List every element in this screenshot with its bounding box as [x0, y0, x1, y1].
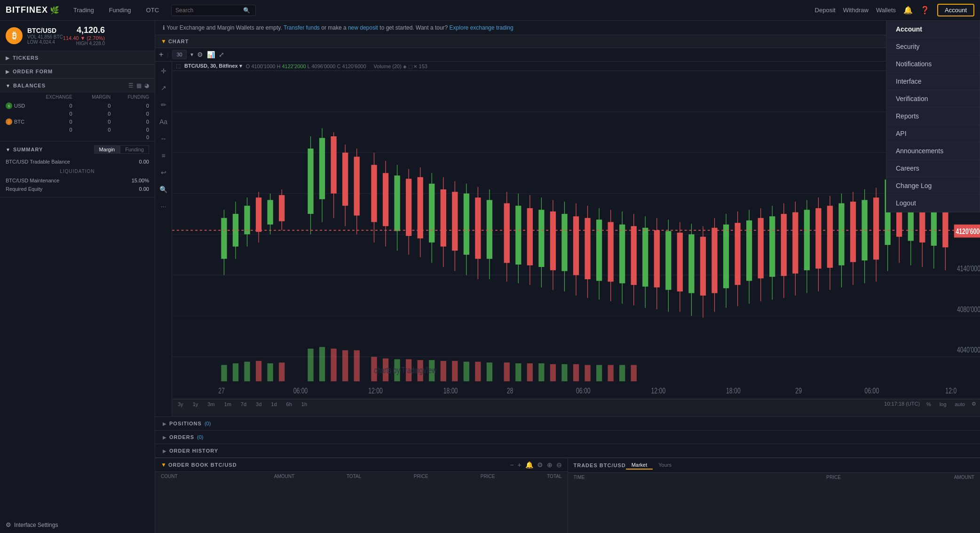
line-tool[interactable]: ✏ — [159, 99, 168, 110]
ob-settings[interactable]: ⚙ — [537, 461, 543, 469]
grid-icon[interactable]: ▦ — [136, 82, 142, 89]
dropdown-changelog[interactable]: Change Log — [886, 177, 980, 195]
info-text: Your Exchange and Margin Wallets are emp… — [166, 24, 282, 31]
chart-settings-icon[interactable]: ⚙ — [197, 51, 203, 58]
fib-tool[interactable]: ≡ — [159, 150, 167, 161]
usd-margin: 0 — [72, 103, 111, 109]
gear-icon: ⚙ — [6, 521, 11, 528]
chart-header: ▼ CHART — [155, 35, 980, 48]
market-tab[interactable]: Market — [626, 461, 653, 470]
positions-panel[interactable]: ▶ POSITIONS (0) — [155, 417, 980, 431]
svg-rect-161 — [538, 363, 544, 381]
timeframe-dropdown[interactable]: 30 — [172, 50, 186, 59]
chart-settings-right[interactable]: ⚙ — [972, 401, 976, 408]
transfer-funds-link[interactable]: Transfer funds — [284, 24, 320, 31]
nav-trading[interactable]: Trading — [71, 5, 97, 16]
log-btn[interactable]: log — [938, 401, 948, 408]
tf-1m[interactable]: 1m — [222, 401, 233, 408]
dropdown-reports[interactable]: Reports — [886, 108, 980, 125]
funding-tab[interactable]: Funding — [120, 145, 149, 154]
order-history-panel[interactable]: ▶ ORDER HISTORY — [155, 444, 980, 458]
chart-type-icon[interactable]: 📊 — [207, 51, 215, 58]
nav-otc[interactable]: OTC — [143, 5, 162, 16]
account-button[interactable]: Account — [937, 4, 974, 16]
add-indicator-icon[interactable]: + — [159, 50, 163, 59]
order-history-arrow: ▶ — [163, 448, 166, 454]
ob-alert[interactable]: 🔔 — [525, 461, 533, 469]
withdraw-button[interactable]: Withdraw — [843, 7, 869, 14]
ob-col-total1: TOTAL — [294, 474, 361, 479]
pair-low: LOW 4,024.4 — [27, 39, 63, 45]
dropdown-announcements[interactable]: Announcements — [886, 142, 980, 160]
svg-text:06:00: 06:00 — [293, 386, 308, 395]
tradable-balance-row: BTC/USD Tradable Balance 0.00 — [0, 157, 155, 166]
usd-balance-row-2: 0 0 0 — [0, 110, 155, 118]
ob-minus[interactable]: − — [510, 461, 514, 469]
balances-title: BALANCES — [13, 83, 128, 88]
new-deposit-link[interactable]: new deposit — [348, 24, 378, 31]
margin-tab[interactable]: Margin — [94, 145, 120, 154]
wallets-button[interactable]: Wallets — [876, 7, 896, 14]
more-tools[interactable]: ··· — [159, 201, 168, 212]
timeframe-dropdown-arrow[interactable]: ▾ — [190, 51, 193, 58]
required-equity-value: 0.00 — [139, 186, 149, 192]
pie-icon[interactable]: ◕ — [144, 82, 149, 89]
interface-settings[interactable]: ⚙ Interface Settings — [0, 517, 155, 533]
tf-6h[interactable]: 6h — [285, 401, 294, 408]
tf-3d[interactable]: 3d — [254, 401, 263, 408]
text-tool[interactable]: Aa — [158, 116, 169, 127]
svg-rect-168 — [619, 365, 625, 382]
notifications-icon[interactable]: 🔔 — [903, 6, 913, 15]
tf-3m[interactable]: 3m — [205, 401, 216, 408]
main-content: ℹ Your Exchange and Margin Wallets are e… — [155, 21, 980, 533]
tf-1y[interactable]: 1y — [191, 401, 200, 408]
ob-plus[interactable]: + — [517, 461, 521, 469]
ob-col-price2: PRICE — [428, 474, 495, 479]
svg-rect-83 — [642, 228, 648, 287]
candlestick-chart: 4228'0000 4200'0000 4180'0000 4160'0000 … — [172, 71, 980, 398]
dropdown-logout[interactable]: Logout — [886, 195, 980, 212]
btc-balance-row-2: 0 0 0 — [0, 126, 155, 133]
ob-zoom-in[interactable]: ⊕ — [547, 461, 553, 469]
deposit-button[interactable]: Deposit — [815, 7, 836, 14]
arrow-back-tool[interactable]: ↩ — [159, 167, 168, 178]
usd-funding: 0 — [111, 103, 149, 109]
search-input[interactable] — [175, 7, 241, 14]
svg-rect-159 — [515, 363, 521, 381]
nav-funding[interactable]: Funding — [106, 5, 134, 16]
tickers-section[interactable]: ▶ TICKERS — [0, 51, 155, 65]
crosshair-tool[interactable]: ✛ — [159, 65, 168, 77]
dropdown-security[interactable]: Security — [886, 38, 980, 55]
zoom-tool[interactable]: 🔍 — [158, 184, 169, 195]
yours-tab[interactable]: Yours — [653, 461, 677, 470]
dropdown-careers[interactable]: Careers — [886, 160, 980, 177]
chart-toolbar: + | 30 ▾ ⚙ 📊 ⤢ — [155, 48, 980, 62]
chart-fullscreen-icon[interactable]: ⤢ — [219, 51, 224, 58]
cursor-tool[interactable]: ↗ — [159, 82, 168, 94]
ob-zoom-out[interactable]: ⊖ — [556, 461, 562, 469]
balances-icons: ☰ ▦ ◕ — [128, 82, 149, 89]
search-icon: 🔍 — [243, 7, 250, 14]
tf-7d[interactable]: 7d — [239, 401, 248, 408]
pct-btn[interactable]: % — [925, 401, 933, 408]
auto-btn[interactable]: auto — [953, 401, 967, 408]
tf-3y[interactable]: 3y — [176, 401, 185, 408]
svg-rect-163 — [561, 364, 567, 381]
orders-panel[interactable]: ▶ ORDERS (0) — [155, 431, 980, 444]
dropdown-notifications[interactable]: Notifications — [886, 55, 980, 73]
balances-header[interactable]: ▼ BALANCES ☰ ▦ ◕ — [0, 78, 155, 93]
tf-1h[interactable]: 1h — [300, 401, 309, 408]
svg-rect-143 — [319, 347, 325, 381]
dropdown-verification[interactable]: Verification — [886, 90, 980, 108]
list-icon[interactable]: ☰ — [128, 82, 134, 89]
order-form-section[interactable]: ▶ ORDER FORM — [0, 65, 155, 78]
usd-balance-row: $ USD 0 0 0 — [0, 102, 155, 110]
dropdown-account[interactable]: Account — [886, 21, 980, 38]
tour-link[interactable]: Explore exchange trading — [450, 24, 514, 31]
measure-tool[interactable]: ↔ — [158, 133, 169, 144]
help-icon[interactable]: ❓ — [920, 6, 930, 15]
volume-actions: ◈ ⬚ ✕ — [403, 64, 418, 69]
dropdown-api[interactable]: API — [886, 125, 980, 142]
dropdown-interface[interactable]: Interface — [886, 73, 980, 90]
tf-1d[interactable]: 1d — [269, 401, 278, 408]
